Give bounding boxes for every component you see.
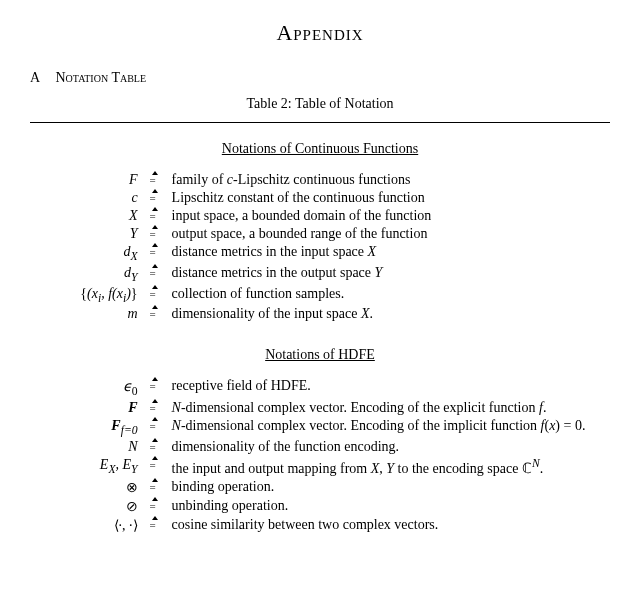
table-top-rule	[30, 122, 610, 123]
defeq-cell: =	[142, 497, 168, 516]
description-cell: family of c-Lipschitz continuous functio…	[168, 171, 599, 189]
table-row: F=family of c-Lipschitz continuous funct…	[42, 171, 599, 189]
description-cell: cosine similarity between two complex ve…	[168, 516, 599, 535]
notation-table-container: Notations of Continuous FunctionsF=famil…	[30, 141, 610, 535]
defeq-cell: =	[142, 478, 168, 497]
symbol-cell: Y	[42, 225, 142, 243]
table-row: X=input space, a bounded domain of the f…	[42, 207, 599, 225]
symbol-cell: N	[42, 438, 142, 456]
description-cell: distance metrics in the input space X	[168, 243, 599, 264]
defeq-cell: =	[142, 377, 168, 399]
defeq-cell: =	[142, 225, 168, 243]
symbol-cell: {(xi, f(xi)}	[42, 285, 142, 306]
defeq-cell: =	[142, 189, 168, 207]
table-row: ⊗=binding operation.	[42, 478, 599, 497]
symbol-cell: dY	[42, 264, 142, 285]
table-row: ⟨·, ·⟩=cosine similarity between two com…	[42, 516, 599, 535]
appendix-title: Appendix	[30, 20, 610, 46]
description-cell: N-dimensional complex vector. Encoding o…	[168, 399, 599, 417]
table-row: F=N-dimensional complex vector. Encoding…	[42, 399, 599, 417]
section-heading: Notation Table	[56, 70, 147, 85]
defeq-cell: =	[142, 264, 168, 285]
symbol-cell: Ff=0	[42, 417, 142, 438]
defeq-cell: =	[142, 399, 168, 417]
description-cell: binding operation.	[168, 478, 599, 497]
description-cell: collection of function samples.	[168, 285, 599, 306]
defeq-cell: =	[142, 438, 168, 456]
table-row: EX, EY=the input and output mapping from…	[42, 456, 599, 478]
symbol-cell: ⟨·, ·⟩	[42, 516, 142, 535]
table-row: ⊘=unbinding operation.	[42, 497, 599, 516]
description-cell: N-dimensional complex vector. Encoding o…	[168, 417, 599, 438]
symbol-cell: F	[42, 399, 142, 417]
description-cell: distance metrics in the output space Y	[168, 264, 599, 285]
table-row: Ff=0=N-dimensional complex vector. Encod…	[42, 417, 599, 438]
description-cell: dimensionality of the input space X.	[168, 305, 599, 323]
table-row: c=Lipschitz constant of the continuous f…	[42, 189, 599, 207]
group-header: Notations of Continuous Functions	[30, 141, 610, 157]
description-cell: dimensionality of the function encoding.	[168, 438, 599, 456]
description-cell: output space, a bounded range of the fun…	[168, 225, 599, 243]
symbol-cell: ⊘	[42, 497, 142, 516]
section-header: A Notation Table	[30, 70, 610, 86]
table-row: N=dimensionality of the function encodin…	[42, 438, 599, 456]
symbol-cell: dX	[42, 243, 142, 264]
defeq-cell: =	[142, 207, 168, 225]
defeq-cell: =	[142, 417, 168, 438]
symbol-cell: m	[42, 305, 142, 323]
table-row: {(xi, f(xi)}=collection of function samp…	[42, 285, 599, 306]
table-row: ϵ0=receptive field of HDFE.	[42, 377, 599, 399]
defeq-cell: =	[142, 456, 168, 478]
symbol-cell: c	[42, 189, 142, 207]
symbol-cell: EX, EY	[42, 456, 142, 478]
table-row: Y=output space, a bounded range of the f…	[42, 225, 599, 243]
table-row: dX=distance metrics in the input space X	[42, 243, 599, 264]
table-caption: Table 2: Table of Notation	[30, 96, 610, 112]
group-header: Notations of HDFE	[30, 347, 610, 363]
defeq-cell: =	[142, 285, 168, 306]
defeq-cell: =	[142, 171, 168, 189]
table-row: dY=distance metrics in the output space …	[42, 264, 599, 285]
symbol-cell: X	[42, 207, 142, 225]
description-cell: the input and output mapping from X, Y t…	[168, 456, 599, 478]
defeq-cell: =	[142, 516, 168, 535]
description-cell: receptive field of HDFE.	[168, 377, 599, 399]
symbol-cell: F	[42, 171, 142, 189]
symbol-cell: ⊗	[42, 478, 142, 497]
symbol-cell: ϵ0	[42, 377, 142, 399]
description-cell: unbinding operation.	[168, 497, 599, 516]
defeq-cell: =	[142, 243, 168, 264]
notation-table: F=family of c-Lipschitz continuous funct…	[42, 171, 599, 323]
notation-table: ϵ0=receptive field of HDFE.F=N-dimension…	[42, 377, 599, 534]
defeq-cell: =	[142, 305, 168, 323]
section-letter: A	[30, 70, 52, 86]
description-cell: Lipschitz constant of the continuous fun…	[168, 189, 599, 207]
table-row: m=dimensionality of the input space X.	[42, 305, 599, 323]
description-cell: input space, a bounded domain of the fun…	[168, 207, 599, 225]
